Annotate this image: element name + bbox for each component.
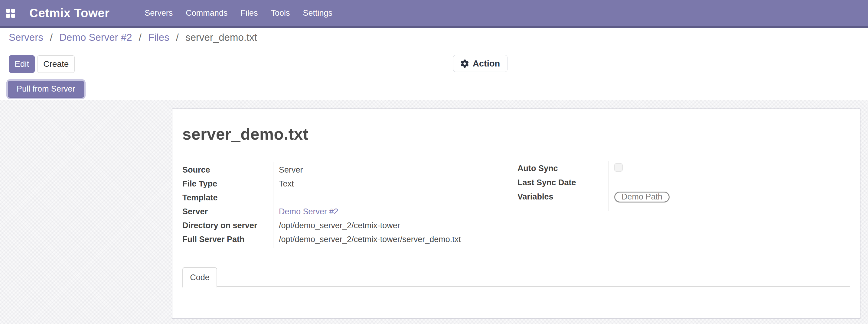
apps-grid-icon[interactable] — [6, 9, 15, 18]
variable-tag-demo-path: Demo Path — [614, 192, 670, 202]
full-server-path-value: /opt/demo_server_2/cetmix-tower/server_d… — [273, 235, 461, 244]
action-button-label: Action — [473, 59, 500, 69]
control-panel: Servers / Demo Server #2 / Files / serve… — [0, 28, 868, 78]
apps-grid-square — [11, 9, 15, 13]
apps-grid-square — [6, 14, 10, 18]
record-title: server_demo.txt — [182, 125, 309, 143]
breadcrumb-current: server_demo.txt — [185, 32, 257, 43]
menu-item-tools[interactable]: Tools — [271, 8, 290, 18]
server-value-link[interactable]: Demo Server #2 — [273, 207, 338, 217]
auto-sync-value — [609, 163, 623, 174]
main-menu: Servers Commands Files Tools Settings — [145, 8, 332, 18]
breadcrumb-link-servers[interactable]: Servers — [9, 32, 43, 43]
file-type-label: File Type — [182, 179, 273, 189]
file-type-value: Text — [273, 179, 294, 189]
breadcrumb-link-demo-server-2[interactable]: Demo Server #2 — [59, 32, 132, 43]
template-label: Template — [182, 193, 273, 202]
apps-grid-square — [6, 9, 10, 13]
field-row-template: Template — [182, 191, 521, 205]
breadcrumb-separator: / — [139, 32, 142, 43]
menu-item-commands[interactable]: Commands — [186, 8, 227, 18]
directory-on-server-value: /opt/demo_server_2/cetmix-tower — [273, 221, 400, 230]
gear-icon — [461, 60, 469, 68]
auto-sync-label: Auto Sync — [518, 164, 609, 173]
tab-code[interactable]: Code — [182, 267, 217, 287]
app-brand-title[interactable]: Cetmix Tower — [29, 6, 110, 20]
variables-value: Demo Path — [609, 192, 670, 202]
breadcrumb-link-files[interactable]: Files — [148, 32, 169, 43]
full-server-path-label: Full Server Path — [182, 235, 273, 244]
field-row-file-type: File Type Text — [182, 177, 521, 191]
menu-item-settings[interactable]: Settings — [303, 8, 332, 18]
top-navbar: Cetmix Tower Servers Commands Files Tool… — [0, 0, 868, 28]
field-row-directory-on-server: Directory on server /opt/demo_server_2/c… — [182, 219, 521, 232]
form-sheet: server_demo.txt Source Server File Type … — [172, 108, 861, 319]
breadcrumb-separator: / — [50, 32, 53, 43]
field-row-auto-sync: Auto Sync — [518, 161, 735, 175]
server-label: Server — [182, 207, 273, 217]
statusbar: Pull from Server — [0, 78, 868, 100]
field-row-variables: Variables Demo Path — [518, 190, 735, 204]
apps-grid-square — [11, 14, 15, 18]
source-value: Server — [273, 165, 303, 175]
right-field-group: Auto Sync Last Sync Date Variables Demo … — [518, 161, 735, 204]
form-background: server_demo.txt Source Server File Type … — [0, 100, 868, 324]
left-field-group: Source Server File Type Text Template Se… — [182, 163, 521, 246]
menu-item-files[interactable]: Files — [241, 8, 258, 18]
pull-from-server-button[interactable]: Pull from Server — [8, 81, 84, 98]
field-row-full-server-path: Full Server Path /opt/demo_server_2/cetm… — [182, 232, 521, 246]
notebook-tab-strip: Code — [182, 267, 850, 287]
directory-on-server-label: Directory on server — [182, 221, 273, 230]
last-sync-date-label: Last Sync Date — [518, 178, 609, 187]
field-row-last-sync-date: Last Sync Date — [518, 175, 735, 190]
field-row-source: Source Server — [182, 163, 521, 177]
source-label: Source — [182, 165, 273, 175]
action-menu-button[interactable]: Action — [453, 55, 507, 72]
variables-label: Variables — [518, 192, 609, 202]
create-button[interactable]: Create — [37, 55, 75, 73]
breadcrumb: Servers / Demo Server #2 / Files / serve… — [9, 31, 868, 44]
field-row-server: Server Demo Server #2 — [182, 205, 521, 219]
button-row: Edit Create — [9, 55, 868, 73]
edit-button[interactable]: Edit — [9, 55, 35, 73]
breadcrumb-separator: / — [176, 32, 179, 43]
menu-item-servers[interactable]: Servers — [145, 8, 173, 18]
auto-sync-checkbox[interactable] — [614, 163, 623, 172]
